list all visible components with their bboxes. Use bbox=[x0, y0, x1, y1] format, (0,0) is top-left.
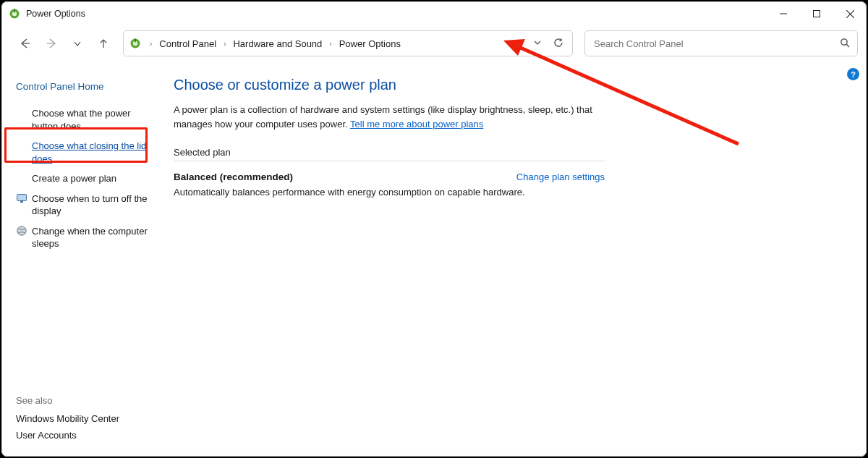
svg-rect-2 bbox=[14, 9, 14, 12]
sidebar-link-label: Choose what the power button does bbox=[32, 107, 148, 132]
svg-rect-12 bbox=[135, 38, 135, 42]
chevron-down-icon[interactable] bbox=[533, 38, 542, 49]
up-button[interactable] bbox=[93, 33, 114, 54]
svg-marker-14 bbox=[503, 39, 525, 56]
breadcrumb-item[interactable]: Power Options bbox=[336, 37, 404, 51]
search-icon[interactable] bbox=[840, 38, 850, 50]
sidebar-link-power-button[interactable]: Choose what the power button does bbox=[12, 103, 150, 136]
navigation-bar: › Control Panel › Hardware and Sound › P… bbox=[1, 26, 867, 61]
svg-point-19 bbox=[17, 226, 26, 235]
globe-icon bbox=[16, 225, 27, 237]
see-also-link-mobility[interactable]: Windows Mobility Center bbox=[16, 413, 119, 424]
chevron-right-icon[interactable]: › bbox=[325, 40, 336, 48]
search-box[interactable] bbox=[584, 30, 858, 56]
section-label: Selected plan bbox=[174, 147, 605, 161]
sidebar: Control Panel Home Choose what the power… bbox=[1, 61, 155, 457]
recent-locations-button[interactable] bbox=[67, 33, 88, 54]
window-title: Power Options bbox=[26, 9, 85, 19]
svg-point-15 bbox=[841, 38, 847, 44]
svg-rect-18 bbox=[20, 201, 23, 203]
breadcrumb-item[interactable]: Hardware and Sound bbox=[230, 37, 325, 51]
back-button[interactable] bbox=[14, 33, 36, 54]
change-plan-settings-link[interactable]: Change plan settings bbox=[516, 171, 605, 182]
sidebar-link-label: Choose what closing the lid does bbox=[32, 140, 148, 165]
chevron-right-icon[interactable]: › bbox=[219, 40, 230, 48]
chevron-right-icon[interactable]: › bbox=[145, 40, 156, 48]
power-options-icon bbox=[129, 38, 141, 49]
intro-link[interactable]: Tell me more about power plans bbox=[350, 119, 483, 130]
close-button[interactable] bbox=[833, 1, 867, 26]
svg-line-16 bbox=[846, 44, 849, 47]
blank-icon bbox=[16, 172, 27, 184]
blank-icon bbox=[16, 107, 27, 119]
titlebar: Power Options bbox=[1, 1, 867, 26]
breadcrumb-item[interactable]: Control Panel bbox=[156, 37, 219, 51]
sidebar-link-label: Change when the computer sleeps bbox=[32, 225, 148, 250]
see-also: See also Windows Mobility Center User Ac… bbox=[16, 395, 119, 446]
intro-text: A power plan is a collection of hardware… bbox=[174, 103, 622, 131]
power-options-icon bbox=[9, 8, 20, 20]
control-panel-home-link[interactable]: Control Panel Home bbox=[16, 81, 150, 92]
svg-rect-4 bbox=[814, 11, 820, 17]
search-input[interactable] bbox=[592, 38, 840, 50]
refresh-button[interactable] bbox=[553, 38, 563, 50]
forward-button[interactable] bbox=[41, 33, 62, 54]
blank-icon bbox=[16, 140, 27, 151]
sidebar-link-display-off[interactable]: Choose when to turn off the display bbox=[12, 189, 150, 221]
see-also-link-accounts[interactable]: User Accounts bbox=[16, 430, 119, 441]
sidebar-link-lid[interactable]: Choose what closing the lid does bbox=[12, 136, 150, 169]
sidebar-link-label: Create a power plan bbox=[32, 172, 148, 185]
monitor-icon bbox=[16, 192, 27, 204]
address-bar[interactable]: › Control Panel › Hardware and Sound › P… bbox=[123, 30, 573, 56]
svg-rect-17 bbox=[17, 194, 27, 200]
page-heading: Choose or customize a power plan bbox=[174, 77, 852, 93]
maximize-button[interactable] bbox=[800, 1, 833, 26]
see-also-title: See also bbox=[16, 395, 119, 406]
sidebar-link-sleep[interactable]: Change when the computer sleeps bbox=[12, 221, 150, 254]
plan-name: Balanced (recommended) bbox=[174, 171, 293, 182]
plan-description: Automatically balances performance with … bbox=[174, 187, 605, 198]
minimize-button[interactable] bbox=[767, 1, 800, 26]
sidebar-link-create-plan[interactable]: Create a power plan bbox=[12, 169, 150, 189]
main-content: Choose or customize a power plan A power… bbox=[155, 61, 867, 457]
sidebar-link-label: Choose when to turn off the display bbox=[32, 192, 148, 218]
